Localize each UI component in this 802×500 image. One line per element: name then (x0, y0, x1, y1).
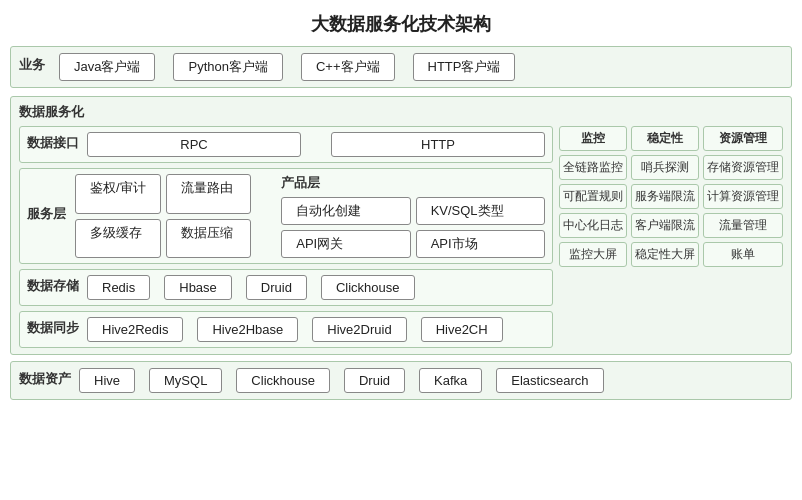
chanpinceng-col: 产品层 自动化创建 KV/SQL类型 API网关 API市场 (281, 174, 545, 258)
rpc-box: RPC (87, 132, 301, 157)
ziyuan-title: 资源管理 (703, 126, 783, 151)
chanpinceng-label: 产品层 (281, 174, 320, 192)
client-boxes: Java客户端 Python客户端 C++客户端 HTTP客户端 (59, 53, 783, 81)
fuwuceng-label: 服务层 (27, 174, 67, 254)
sync-hive2redis: Hive2Redis (87, 317, 183, 342)
storage-clickhouse: Clickhouse (321, 275, 415, 300)
wendingxing-item-3: 稳定性大屏 (631, 242, 699, 267)
chanpinceng-item-0: 自动化创建 (281, 197, 410, 225)
jiankong-item-0: 全链路监控 (559, 155, 627, 180)
wendingxing-item-0: 哨兵探测 (631, 155, 699, 180)
zichan-hive: Hive (79, 368, 135, 393)
jiankong-item-3: 监控大屏 (559, 242, 627, 267)
http-box: HTTP (331, 132, 545, 157)
yewu-section: 业务 Java客户端 Python客户端 C++客户端 HTTP客户端 (10, 46, 792, 88)
storage-boxes: Redis Hbase Druid Clickhouse (87, 275, 415, 300)
page-title: 大数据服务化技术架构 (0, 0, 802, 46)
jiankong-col: 监控 全链路监控 可配置规则 中心化日志 监控大屏 (559, 126, 627, 348)
shujujieko-section: 数据接口 RPC HTTP (19, 126, 553, 163)
jiankong-item-2: 中心化日志 (559, 213, 627, 238)
wendingxing-item-2: 客户端限流 (631, 213, 699, 238)
client-cpp: C++客户端 (301, 53, 395, 81)
storage-section: 数据存储 Redis Hbase Druid Clickhouse (19, 269, 553, 306)
shujuzichan-section: 数据资产 Hive MySQL Clickhouse Druid Kafka E… (10, 361, 792, 400)
zichan-boxes: Hive MySQL Clickhouse Druid Kafka Elasti… (79, 368, 604, 393)
chanpinceng-item-2: API网关 (281, 230, 410, 258)
fuwuceng-grid: 鉴权/审计 流量路由 多级缓存 数据压缩 (75, 174, 251, 258)
zichan-clickhouse: Clickhouse (236, 368, 330, 393)
sync-section: 数据同步 Hive2Redis Hive2Hbase Hive2Druid Hi… (19, 311, 553, 348)
shujufuwuhua-section: 数据服务化 数据接口 RPC HTTP 服务层 (10, 96, 792, 355)
zichan-elasticsearch: Elasticsearch (496, 368, 603, 393)
sync-hive2ch: Hive2CH (421, 317, 503, 342)
client-python: Python客户端 (173, 53, 282, 81)
wendingxing-title: 稳定性 (631, 126, 699, 151)
sync-hive2druid: Hive2Druid (312, 317, 406, 342)
sync-label: 数据同步 (27, 319, 79, 337)
sfh-left: 数据接口 RPC HTTP 服务层 鉴权/审计 流量路由 多 (19, 126, 553, 348)
ziyuan-item-2: 流量管理 (703, 213, 783, 238)
client-java: Java客户端 (59, 53, 155, 81)
sfh-label: 数据服务化 (19, 103, 783, 121)
fuwuceng-item-1: 流量路由 (166, 174, 252, 214)
sync-hive2hbase: Hive2Hbase (197, 317, 298, 342)
chanpinceng-grid: 自动化创建 KV/SQL类型 API网关 API市场 (281, 197, 545, 258)
zichan-kafka: Kafka (419, 368, 482, 393)
yewu-label: 业务 (19, 56, 51, 74)
fuwuceng-chanpinceng-section: 服务层 鉴权/审计 流量路由 多级缓存 数据压缩 产品层 (19, 168, 553, 264)
sync-boxes: Hive2Redis Hive2Hbase Hive2Druid Hive2CH (87, 317, 503, 342)
chanpinceng-item-1: KV/SQL类型 (416, 197, 545, 225)
fuwuceng-item-2: 多级缓存 (75, 219, 161, 259)
sfh-right: 监控 全链路监控 可配置规则 中心化日志 监控大屏 稳定性 哨兵探测 服务端限流… (559, 126, 783, 348)
storage-label: 数据存储 (27, 277, 79, 295)
fuwuceng-item-0: 鉴权/审计 (75, 174, 161, 214)
jiankong-title: 监控 (559, 126, 627, 151)
wendingxing-item-1: 服务端限流 (631, 184, 699, 209)
storage-hbase: Hbase (164, 275, 232, 300)
zichan-label: 数据资产 (19, 370, 71, 388)
jiankong-item-1: 可配置规则 (559, 184, 627, 209)
rpc-http-boxes: RPC HTTP (87, 132, 545, 157)
ziyuan-col: 资源管理 存储资源管理 计算资源管理 流量管理 账单 (703, 126, 783, 348)
chanpinceng-item-3: API市场 (416, 230, 545, 258)
wendingxing-col: 稳定性 哨兵探测 服务端限流 客户端限流 稳定性大屏 (631, 126, 699, 348)
storage-druid: Druid (246, 275, 307, 300)
zichan-mysql: MySQL (149, 368, 222, 393)
ziyuan-item-1: 计算资源管理 (703, 184, 783, 209)
shujujieko-label: 数据接口 (27, 134, 79, 152)
storage-redis: Redis (87, 275, 150, 300)
ziyuan-item-3: 账单 (703, 242, 783, 267)
zichan-druid: Druid (344, 368, 405, 393)
client-http: HTTP客户端 (413, 53, 516, 81)
ziyuan-item-0: 存储资源管理 (703, 155, 783, 180)
fuwuceng-item-3: 数据压缩 (166, 219, 252, 259)
